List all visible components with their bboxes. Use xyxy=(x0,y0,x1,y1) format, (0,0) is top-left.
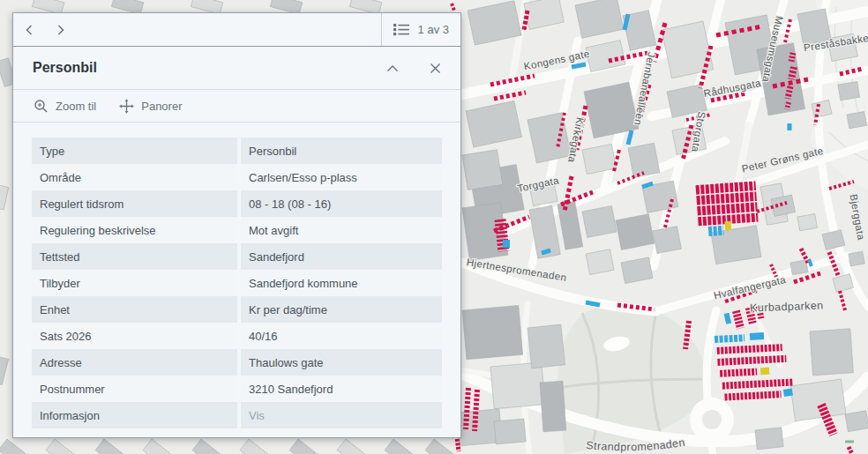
chevron-right-icon xyxy=(56,24,66,36)
field-label: Regulert tidsrom xyxy=(32,190,237,217)
popup-action-bar: Zoom til Panorer xyxy=(13,90,460,123)
table-row: Postnummer3210 Sandefjord xyxy=(32,376,442,402)
table-row: Sats 202640/16 xyxy=(32,323,442,349)
park-label-kurbadparken: Kurbadparken xyxy=(750,300,824,315)
table-row: Regulering beskrivelseMot avgift xyxy=(32,217,442,243)
table-row: EnhetKr per dag/time xyxy=(32,296,442,323)
field-value: 08 - 18 (08 - 16) xyxy=(241,190,442,217)
field-value: Sandefjord xyxy=(241,243,442,270)
field-label: Tilbyder xyxy=(32,270,237,296)
field-label: Enhet xyxy=(32,296,237,323)
previous-feature-button[interactable] xyxy=(13,13,45,46)
map-application: Kongens gate Jernbanealléen Kirkegata Mu… xyxy=(0,0,868,454)
field-value: Kr per dag/time xyxy=(241,296,442,323)
field-value: Carlsen/Esso p-plass xyxy=(241,164,442,190)
pagination-count: 1 av 3 xyxy=(418,23,449,36)
popup-title-bar: Personbil xyxy=(13,47,460,90)
table-row: AdresseThaulows gate xyxy=(32,349,442,376)
table-row: TettstedSandefjord xyxy=(32,243,442,270)
chevron-up-icon xyxy=(386,64,399,72)
table-row: Regulert tidsrom08 - 18 (08 - 16) xyxy=(32,190,442,217)
field-label: Regulering beskrivelse xyxy=(32,217,237,243)
popup-title: Personbil xyxy=(33,60,378,76)
field-value: Thaulows gate xyxy=(241,349,442,376)
field-label: Informasjon xyxy=(32,402,237,428)
table-row: InformasjonVis xyxy=(32,402,442,428)
zoom-to-label: Zoom til xyxy=(56,100,96,113)
table-row: TypePersonbil xyxy=(32,138,442,164)
pan-label: Panorer xyxy=(141,100,182,113)
chevron-left-icon xyxy=(24,24,34,36)
field-value: Personbil xyxy=(241,138,442,164)
field-label: Type xyxy=(32,138,237,164)
field-label: Sats 2026 xyxy=(32,323,237,349)
field-label: Tettsted xyxy=(32,243,237,270)
pan-action[interactable]: Panorer xyxy=(108,90,193,122)
attribute-table: TypePersonbilOmrådeCarlsen/Esso p-plassR… xyxy=(32,138,442,428)
next-feature-button[interactable] xyxy=(45,13,77,46)
feature-popup: 1 av 3 Personbil xyxy=(12,12,461,438)
field-value: 40/16 xyxy=(241,323,442,349)
field-value: Mot avgift xyxy=(241,217,442,243)
pagination-right: 1 av 3 xyxy=(381,13,460,46)
field-label: Adresse xyxy=(32,349,237,376)
table-row: TilbyderSandefjord kommune xyxy=(32,270,442,296)
zoom-to-icon xyxy=(34,99,49,114)
field-label: Postnummer xyxy=(32,376,237,402)
popup-content: TypePersonbilOmrådeCarlsen/Esso p-plassR… xyxy=(13,123,460,437)
pan-icon xyxy=(119,99,134,114)
list-icon xyxy=(393,23,410,36)
field-value: Sandefjord kommune xyxy=(241,270,442,296)
table-row: OmrådeCarlsen/Esso p-plass xyxy=(32,164,442,190)
field-value-link[interactable]: Vis xyxy=(241,402,442,428)
collapse-button[interactable] xyxy=(378,55,408,81)
popup-pagination-bar: 1 av 3 xyxy=(13,13,460,47)
field-value: 3210 Sandefjord xyxy=(241,376,442,402)
field-label: Område xyxy=(32,164,237,190)
close-icon xyxy=(430,63,441,74)
close-button[interactable] xyxy=(420,55,450,81)
feature-list-button[interactable]: 1 av 3 xyxy=(382,13,460,46)
zoom-to-action[interactable]: Zoom til xyxy=(22,90,108,122)
